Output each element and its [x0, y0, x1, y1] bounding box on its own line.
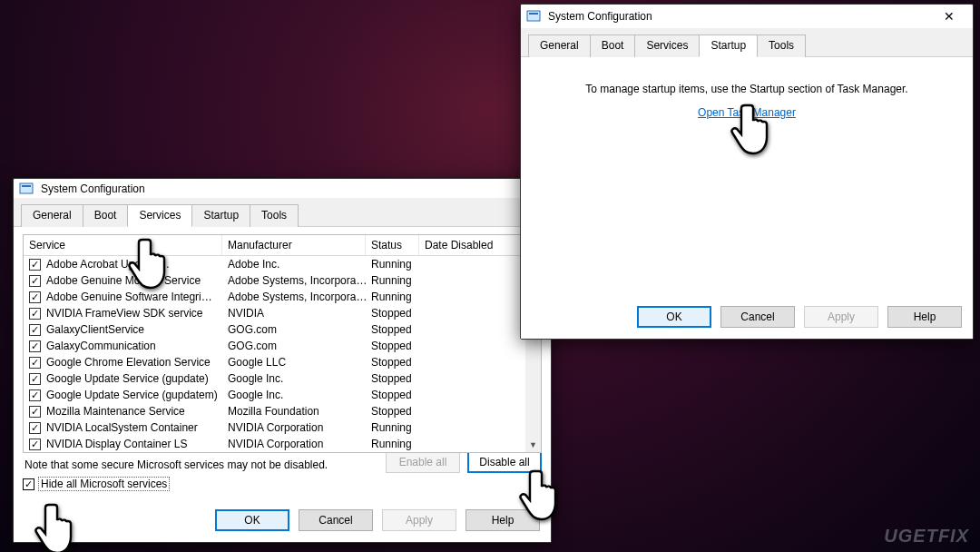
cell-service: NVIDIA FrameView SDK service — [46, 307, 228, 320]
startup-message: To manage startup items, use the Startup… — [585, 83, 907, 95]
cell-manufacturer: Mozilla Foundation — [228, 405, 371, 418]
checkbox-icon[interactable]: ✓ — [29, 373, 41, 385]
system-configuration-services-window: System Configuration General Boot Servic… — [13, 178, 552, 543]
cell-status: Stopped — [371, 323, 426, 336]
system-configuration-startup-window: System Configuration ✕ General Boot Serv… — [520, 4, 974, 340]
checkbox-icon[interactable]: ✓ — [29, 308, 41, 320]
table-row[interactable]: ✓Adobe Genuine Monitor ServiceAdobe Syst… — [24, 272, 541, 289]
cell-status: Stopped — [371, 405, 426, 418]
checkbox-icon[interactable]: ✓ — [29, 259, 41, 271]
help-button[interactable]: Help — [466, 509, 540, 531]
cell-service: Google Chrome Elevation Service — [46, 356, 228, 369]
cell-manufacturer: NVIDIA — [228, 307, 371, 320]
cell-service: Google Update Service (gupdatem) — [46, 389, 228, 401]
cell-manufacturer: Adobe Inc. — [228, 258, 371, 271]
col-status[interactable]: Status — [366, 235, 419, 255]
cell-manufacturer: NVIDIA Corporation — [228, 421, 371, 434]
tab-startup[interactable]: Startup — [699, 34, 758, 57]
cell-service: Adobe Acrobat Update … — [46, 258, 228, 271]
checkbox-icon[interactable]: ✓ — [29, 324, 41, 336]
table-row[interactable]: ✓Google Chrome Elevation ServiceGoogle L… — [24, 354, 541, 370]
cell-manufacturer: NVIDIA Corporation — [228, 438, 371, 450]
table-row[interactable]: ✓Google Update Service (gupdate)Google I… — [24, 370, 541, 387]
scroll-down-icon[interactable]: ▼ — [525, 437, 541, 452]
titlebar[interactable]: System Configuration — [14, 179, 551, 198]
help-button[interactable]: Help — [887, 306, 962, 328]
cell-manufacturer: Adobe Systems, Incorpora… — [228, 291, 371, 303]
ok-button[interactable]: OK — [637, 306, 711, 328]
cancel-button[interactable]: Cancel — [299, 509, 373, 531]
checkbox-icon: ✓ — [23, 478, 34, 490]
cell-status: Running — [371, 274, 426, 287]
disable-all-button[interactable]: Disable all — [467, 451, 542, 473]
app-icon — [526, 9, 541, 24]
checkbox-icon[interactable]: ✓ — [29, 275, 41, 287]
checkbox-icon[interactable]: ✓ — [29, 439, 41, 450]
tab-general[interactable]: General — [21, 204, 83, 227]
table-row[interactable]: ✓GalaxyCommunicationGOG.comStopped — [24, 338, 541, 354]
col-service[interactable]: Service — [24, 235, 222, 255]
table-row[interactable]: ✓Mozilla Maintenance ServiceMozilla Foun… — [24, 403, 541, 419]
cell-manufacturer: Google Inc. — [228, 372, 371, 385]
cancel-button[interactable]: Cancel — [720, 306, 795, 328]
cell-status: Running — [371, 438, 426, 450]
tab-startup[interactable]: Startup — [191, 204, 250, 227]
tab-boot[interactable]: Boot — [83, 204, 129, 227]
cell-status: Stopped — [371, 307, 426, 320]
svg-rect-3 — [529, 13, 538, 15]
checkbox-icon[interactable]: ✓ — [29, 357, 41, 369]
checkbox-icon[interactable]: ✓ — [29, 422, 41, 434]
tab-tools[interactable]: Tools — [250, 204, 299, 227]
enable-all-button[interactable]: Enable all — [386, 451, 460, 473]
cell-service: Adobe Genuine Monitor Service — [46, 274, 228, 287]
titlebar[interactable]: System Configuration ✕ — [521, 5, 973, 28]
open-task-manager-link[interactable]: Open Task Manager — [698, 106, 796, 119]
cell-service: NVIDIA Display Container LS — [46, 438, 228, 450]
apply-button[interactable]: Apply — [382, 509, 456, 531]
window-title: System Configuration — [41, 182, 145, 195]
ok-button[interactable]: OK — [215, 509, 289, 531]
table-row[interactable]: ✓NVIDIA Display Container LSNVIDIA Corpo… — [24, 436, 541, 452]
tab-services[interactable]: Services — [634, 34, 700, 57]
startup-panel: To manage startup items, use the Startup… — [521, 57, 973, 297]
watermark: UGETFIX — [884, 526, 969, 547]
cell-service: GalaxyCommunication — [46, 340, 228, 352]
cell-manufacturer: GOG.com — [228, 323, 371, 336]
checkbox-icon[interactable]: ✓ — [29, 406, 41, 418]
window-title: System Configuration — [548, 10, 652, 23]
table-row[interactable]: ✓Google Update Service (gupdatem)Google … — [24, 387, 541, 403]
close-button[interactable]: ✕ — [931, 5, 967, 27]
table-row[interactable]: ✓NVIDIA LocalSystem ContainerNVIDIA Corp… — [24, 419, 541, 436]
checkbox-icon[interactable]: ✓ — [29, 389, 41, 401]
cell-status: Stopped — [371, 340, 426, 352]
tab-tools[interactable]: Tools — [757, 34, 806, 57]
checkbox-icon[interactable]: ✓ — [29, 340, 41, 352]
table-row[interactable]: ✓Adobe Acrobat Update …Adobe Inc.Running — [24, 256, 541, 272]
cell-service: GalaxyClientService — [46, 323, 228, 336]
col-manufacturer[interactable]: Manufacturer — [222, 235, 366, 255]
cell-status: Running — [371, 421, 426, 434]
tab-services[interactable]: Services — [127, 204, 192, 227]
table-row[interactable]: ✓Adobe Genuine Software Integri…Adobe Sy… — [24, 289, 541, 305]
tab-general[interactable]: General — [528, 34, 591, 57]
tab-boot[interactable]: Boot — [590, 34, 636, 57]
cell-status: Stopped — [371, 356, 426, 369]
svg-rect-1 — [22, 185, 31, 187]
cell-service: NVIDIA LocalSystem Container — [46, 421, 228, 434]
checkbox-icon[interactable]: ✓ — [29, 291, 41, 303]
close-icon: ✕ — [944, 10, 955, 23]
cell-status: Stopped — [371, 389, 426, 401]
table-header: Service Manufacturer Status Date Disable… — [24, 235, 541, 256]
services-panel: Service Manufacturer Status Date Disable… — [14, 227, 551, 500]
tabs-row: General Boot Services Startup Tools — [521, 28, 973, 57]
cell-manufacturer: GOG.com — [228, 340, 371, 352]
table-row[interactable]: ✓GalaxyClientServiceGOG.comStopped — [24, 321, 541, 338]
hide-ms-services-checkbox[interactable]: ✓ Hide all Microsoft services — [23, 477, 170, 491]
cell-status: Running — [371, 258, 426, 271]
cell-manufacturer: Google LLC — [228, 356, 371, 369]
table-row[interactable]: ✓NVIDIA FrameView SDK serviceNVIDIAStopp… — [24, 305, 541, 321]
hide-ms-services-label: Hide all Microsoft services — [38, 477, 170, 491]
apply-button[interactable]: Apply — [804, 306, 878, 328]
services-table: Service Manufacturer Status Date Disable… — [23, 234, 542, 453]
cell-status: Stopped — [371, 372, 426, 385]
